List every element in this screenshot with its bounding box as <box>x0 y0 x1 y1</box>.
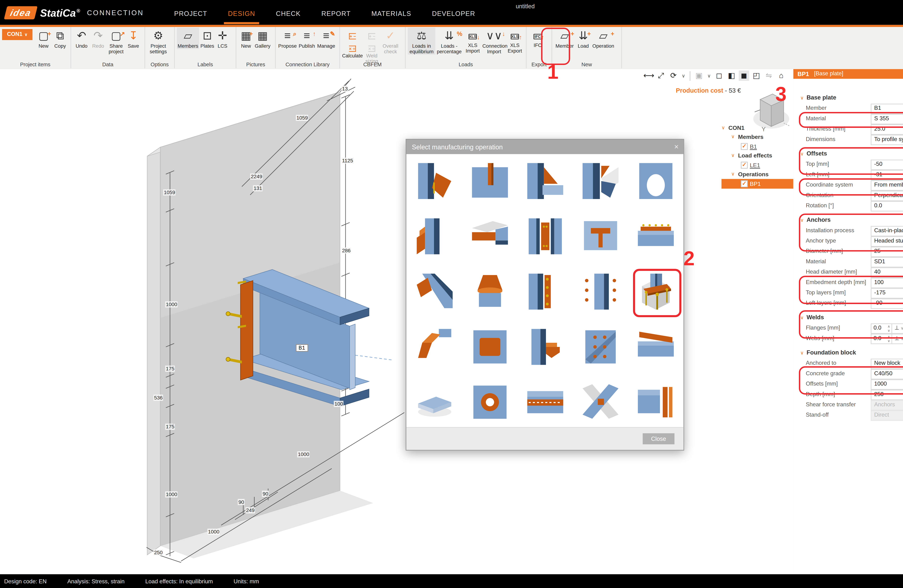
ribbon-loads-in-equilibrium[interactable]: ⚖Loads in equilibrium <box>408 28 436 55</box>
stepper-icon[interactable]: ∧∨ <box>887 324 890 332</box>
ribbon-ifc-export[interactable]: IFC↑IFC <box>529 28 546 49</box>
ribbon-save[interactable]: ↧Save <box>126 28 141 49</box>
tab-developer[interactable]: DEVELOPER <box>431 1 477 24</box>
operation-thumb-end-plate[interactable] <box>526 272 565 311</box>
web-weld-size-input[interactable]: 0.0∧∨ <box>871 334 892 344</box>
operation-thumb-splice-plates[interactable] <box>636 383 675 421</box>
operation-thumb-plate-on-plate[interactable] <box>470 328 509 366</box>
top-offset-input[interactable]: -50 <box>871 160 903 170</box>
checkbox-checked-icon[interactable]: ✓ <box>741 162 748 168</box>
chevron-down-icon[interactable]: ∨ <box>706 71 712 81</box>
orientation-select[interactable]: Perpendicular∨ <box>871 191 903 201</box>
operation-thumb-bend[interactable] <box>415 328 454 366</box>
operation-thumb-stub[interactable] <box>470 162 509 200</box>
home-view-icon[interactable]: ⌂ <box>776 71 787 81</box>
ribbon-members-labels[interactable]: ▱Members <box>177 28 199 49</box>
rotate-view-icon[interactable]: ⟳ <box>668 71 678 81</box>
operation-thumb-cross-connection[interactable] <box>581 383 620 421</box>
section-welds[interactable]: ∨Welds <box>800 314 824 321</box>
ribbon-new-load[interactable]: ⇊+Load <box>575 28 592 49</box>
ribbon-new-operation[interactable]: ▱+Operation <box>592 28 615 49</box>
embedment-depth-input[interactable]: 100 <box>871 278 903 288</box>
tree-node-load-effects[interactable]: ∨Load effects <box>722 151 793 160</box>
ribbon-calculate[interactable]: + −× ÷Calculate <box>342 28 363 59</box>
ribbon-project-settings[interactable]: ⚙Project settings <box>147 28 169 55</box>
tab-report[interactable]: REPORT <box>320 1 352 24</box>
operation-thumb-member-cut[interactable] <box>415 162 454 200</box>
ribbon-loads-percentage[interactable]: ⇊%Loads - percentage <box>436 28 463 55</box>
left-layers-input[interactable]: -90 <box>871 299 903 309</box>
anchor-type-select[interactable]: Headed stud∨ <box>871 236 903 247</box>
flange-weld-size-input[interactable]: 0.0∧∨ <box>871 324 892 334</box>
material-select[interactable]: S 355∨ <box>871 114 903 124</box>
ribbon-xls-import[interactable]: XLS↓XLS Import <box>463 28 482 54</box>
operation-thumb-opening[interactable] <box>636 162 675 200</box>
ribbon-share-project[interactable]: ▢↗Share project <box>106 28 126 55</box>
left-offset-input[interactable]: -31 <box>871 170 903 180</box>
coordinate-system-select[interactable]: From member∨ <box>871 181 903 191</box>
rotation-input[interactable]: 0.0 <box>871 201 903 211</box>
ribbon-propose[interactable]: ≡⌕Propose <box>278 28 297 49</box>
operation-thumb-cleat[interactable] <box>470 217 509 256</box>
tree-item-le1[interactable]: ✓LE1 <box>722 160 793 170</box>
dialog-close-icon[interactable]: × <box>674 140 679 154</box>
tree-item-bp1[interactable]: ✓BP1 <box>722 179 793 189</box>
thickness-input[interactable]: 25.0∧∨ <box>871 124 903 135</box>
transparent-cube-icon[interactable]: ◰ <box>751 71 761 81</box>
stepper-icon[interactable]: ∧∨ <box>887 335 890 343</box>
ribbon-new-project-item[interactable]: ▢+New <box>35 28 52 49</box>
tab-materials[interactable]: MATERIALS <box>370 1 413 24</box>
concrete-grade-select[interactable]: C40/50∨ <box>871 369 903 379</box>
dimensions-select[interactable]: To profile symmetrical∨ <box>871 135 903 145</box>
tree-node-operations[interactable]: ∨Operations <box>722 170 793 179</box>
head-diameter-input[interactable]: 40 <box>871 267 903 278</box>
tree-item-b1[interactable]: ✓B1 <box>722 141 793 151</box>
ribbon-new-picture[interactable]: ▦+New <box>238 28 253 49</box>
tree-node-members[interactable]: ∨Members <box>722 132 793 142</box>
beam-label[interactable]: B1 <box>296 344 308 352</box>
section-base-plate[interactable]: ∨Base plate <box>800 94 836 102</box>
connection-selector[interactable]: CON1∨ <box>2 29 32 40</box>
weld-type-icon[interactable]: ⊥∨ <box>892 334 903 344</box>
operation-thumb-tube[interactable] <box>470 383 509 421</box>
tab-design[interactable]: DESIGN <box>227 1 256 24</box>
ribbon-gallery[interactable]: ▦Gallery <box>253 28 271 49</box>
operation-thumb-cover-plate[interactable] <box>636 328 675 366</box>
checkbox-checked-icon[interactable]: ✓ <box>741 180 748 187</box>
ribbon-undo[interactable]: ↶Undo <box>73 28 90 49</box>
operation-thumb-flange-bolts[interactable] <box>636 217 675 256</box>
weld-type-icon[interactable]: ⊥∨ <box>892 324 903 334</box>
operation-thumb-double-cut[interactable] <box>526 162 565 200</box>
operation-thumb-connecting-plate[interactable] <box>415 217 454 256</box>
section-offsets[interactable]: ∨Offsets <box>800 150 827 157</box>
tab-project[interactable]: PROJECT <box>173 1 209 24</box>
ribbon-copy-project-item[interactable]: ⧉Copy <box>52 28 68 49</box>
anchor-diameter-input[interactable]: 25∧∨ <box>871 247 903 257</box>
ribbon-new-member[interactable]: ▱+Member <box>554 28 575 49</box>
operation-thumb-seat[interactable] <box>526 328 565 366</box>
tree-node-con1[interactable]: ∨CON1 <box>722 123 793 132</box>
tab-check[interactable]: CHECK <box>275 1 302 24</box>
operation-thumb-bolt-rows[interactable] <box>581 272 620 311</box>
operation-thumb-gusset-plate[interactable] <box>415 272 454 311</box>
dimensions-icon[interactable]: ⟷ <box>643 71 654 81</box>
dialog-titlebar[interactable]: Select manufacturing operation <box>406 140 683 154</box>
checkbox-checked-icon[interactable]: ✓ <box>741 143 748 150</box>
section-foundation-block[interactable]: ∨Foundation block <box>800 349 856 357</box>
ribbon-xls-export[interactable]: XLS↑XLS Export <box>506 28 524 54</box>
operation-thumb-bolt-grid[interactable] <box>581 328 620 366</box>
installation-process-select[interactable]: Cast-in-place∨ <box>871 226 903 236</box>
operation-thumb-notch[interactable] <box>581 162 620 200</box>
operation-thumb-splice[interactable] <box>526 217 565 256</box>
anchored-to-select[interactable]: New block∨ <box>871 358 903 369</box>
operation-thumb-cone-transition[interactable] <box>470 272 509 311</box>
wireframe-cube-icon[interactable]: ◻ <box>714 71 724 81</box>
shaded-cube-icon[interactable]: ◧ <box>726 71 737 81</box>
dialog-close-button[interactable]: Close <box>643 433 675 444</box>
block-offsets-input[interactable]: 1000 <box>871 379 903 390</box>
ribbon-publish[interactable]: ≡↑Publish <box>297 28 316 49</box>
ribbon-connection-import[interactable]: ∨∨↓Connection Import <box>482 28 506 55</box>
ribbon-manage[interactable]: ≡✎Manage <box>316 28 336 49</box>
ribbon-lcs-labels[interactable]: ✛LCS <box>216 28 230 49</box>
operation-thumb-rib-bolts[interactable] <box>526 383 565 421</box>
